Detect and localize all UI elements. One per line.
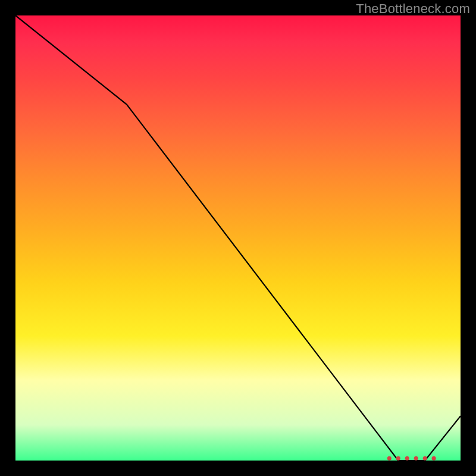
- marker-dot: [432, 456, 436, 461]
- chart-svg: [15, 15, 461, 461]
- marker-dot: [387, 456, 392, 461]
- curve-line: [15, 15, 461, 461]
- chart-frame: TheBottleneck.com: [0, 0, 476, 476]
- marker-dot: [405, 456, 409, 461]
- marker-dot: [396, 456, 400, 461]
- watermark-text: TheBottleneck.com: [356, 1, 470, 17]
- marker-dot: [423, 456, 427, 461]
- plot-area: [15, 15, 461, 461]
- marker-dot: [414, 456, 418, 461]
